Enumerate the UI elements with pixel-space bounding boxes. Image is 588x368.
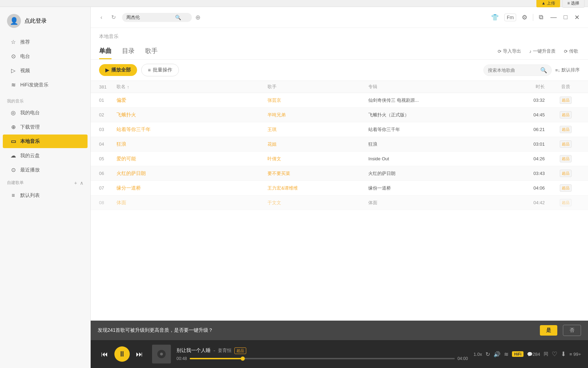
top-upload-bar: ▲ 上传 ≡ 选择 (0, 0, 588, 7)
song-list: 01 偏爱 张芸京 仙剑奇侠传三 电视剧原... 03:32 超品 02 飞蛾扑… (91, 93, 588, 321)
refresh-button[interactable]: ↻ (108, 13, 119, 22)
maximize-button[interactable]: □ (562, 12, 569, 22)
minimize-button[interactable]: — (549, 12, 558, 22)
song-duration: 04:06 (495, 185, 552, 191)
song-num: 04 (99, 141, 116, 147)
name-col-header[interactable]: 歌名 ↑ (116, 84, 267, 90)
sort-button[interactable]: ≡↓ 默认排序 (555, 67, 580, 73)
batch-icon: ≡ (148, 67, 151, 73)
transfer-button[interactable]: ⟳ 传歌 (563, 46, 580, 56)
sidebar-item-default-list[interactable]: ≡ 默认列表 (3, 189, 88, 202)
avatar: 👤 (7, 14, 21, 28)
sidebar-item-label: 默认列表 (20, 192, 40, 199)
prev-button[interactable]: ⏮ (98, 347, 112, 361)
table-row[interactable]: 04 狂浪 花姐 狂浪 03:01 超品 (91, 137, 588, 152)
notification-yes-button[interactable]: 是 (540, 325, 557, 336)
separator (533, 14, 533, 21)
my-radio-icon: ◎ (10, 109, 17, 116)
main-layout: 👤 点此登录 ☆ 推荐 ⊙ 电台 ▷ 视频 ≋ HiFi发烧音乐 我的音乐 (0, 7, 588, 368)
table-row[interactable]: 08 体面 于文文 体面 04:42 超品 (91, 196, 588, 210)
song-quality: 超品 (552, 155, 580, 162)
play-all-button[interactable]: ▶ 播放全部 (99, 64, 137, 76)
collapse-icon[interactable]: ∧ (80, 180, 83, 186)
sidebar-item-local[interactable]: ▭ 本地音乐 (3, 135, 88, 148)
table-row[interactable]: 02 飞蛾扑火 半吨兄弟 飞蛾扑火（正式版） 04:45 超品 (91, 108, 588, 122)
tab-directory[interactable]: 目录 (122, 43, 135, 59)
equalizer-icon[interactable]: ≋ (504, 351, 508, 358)
download-button[interactable]: ⬇ (561, 350, 566, 358)
table-row[interactable]: 07 缘分一道桥 王力宏&谭维维 缘份一道桥 04:06 超品 (91, 181, 588, 196)
import-export-icon: ⟳ (498, 49, 502, 54)
sidebar-item-label: 电台 (20, 53, 30, 60)
sidebar-item-cloud[interactable]: ☁ 我的云盘 (3, 149, 88, 162)
sidebar-item-recommend[interactable]: ☆ 推荐 (3, 35, 88, 49)
player-song-name: 别让我一个人睡 (176, 347, 211, 354)
sidebar-user[interactable]: 👤 点此登录 (0, 10, 90, 35)
search-local-icon: 🔍 (540, 67, 547, 74)
batch-button[interactable]: ≡ 批量操作 (141, 64, 179, 76)
sidebar-item-label: 最近播放 (20, 167, 40, 173)
current-time: 00:48 (176, 356, 187, 361)
comment-icon: 💬 (527, 352, 533, 357)
song-thumbnail (152, 345, 171, 363)
song-num: 08 (99, 200, 116, 205)
table-row[interactable]: 05 爱的可能 叶倩文 Inside Out 04:26 超品 (91, 152, 588, 166)
song-duration: 04:45 (495, 112, 552, 117)
close-button[interactable]: ✕ (573, 12, 581, 23)
song-name: 体面 (116, 200, 267, 206)
song-artist: 半吨兄弟 (267, 112, 368, 118)
pause-button[interactable]: ⏸ (114, 346, 130, 362)
song-artist: 于文文 (267, 200, 368, 206)
toolbar: ▶ 播放全部 ≡ 批量操作 🔍 ≡↓ 默认排序 (91, 60, 588, 81)
lyrics-button[interactable]: 同 (544, 351, 548, 357)
page-content: 本地音乐 单曲 目录 歌手 ⟳ 导入导出 ♪ (91, 28, 588, 340)
sidebar-item-download[interactable]: ⊕ 下载管理 (3, 120, 88, 134)
add-playlist-icon[interactable]: + (74, 180, 77, 186)
song-num: 07 (99, 185, 116, 191)
notification-no-button[interactable]: 否 (563, 325, 581, 336)
table-row[interactable]: 01 偏爱 张芸京 仙剑奇侠传三 电视剧原... 03:32 超品 (91, 93, 588, 108)
fm-icon[interactable]: Fm (504, 14, 516, 21)
next-button[interactable]: ⏭ (133, 347, 146, 361)
song-name: 飞蛾扑火 (116, 112, 267, 118)
tab-singles[interactable]: 单曲 (99, 43, 112, 59)
upload-button[interactable]: ▲ 上传 (536, 0, 560, 7)
sidebar-item-hifi[interactable]: ≋ HiFi发烧音乐 (3, 78, 88, 92)
song-num: 03 (99, 127, 116, 132)
table-row[interactable]: 06 火红的萨日朗 要不要买菜 火红的萨日朗 03:43 超品 (91, 166, 588, 181)
tab-artist[interactable]: 歌手 (145, 43, 158, 59)
search-input[interactable] (126, 15, 175, 20)
speed-button[interactable]: 1.0x (474, 352, 482, 357)
table-row[interactable]: 03 站着等你三千年 王琪 站着等你三千年 06:21 超品 (91, 122, 588, 137)
pip-icon[interactable]: ⧉ (537, 12, 545, 22)
player-bar: ⏮ ⏸ ⏭ 别让我一个人睡 - (91, 340, 588, 368)
select-button[interactable]: ≡ 选择 (562, 0, 585, 8)
my-music-title: 我的音乐 (0, 95, 90, 106)
tshirt-icon[interactable]: 👕 (490, 12, 500, 23)
sidebar-item-my-radio[interactable]: ◎ 我的电台 (3, 106, 88, 120)
enhance-button[interactable]: ♪ 一键升音质 (528, 46, 557, 56)
import-export-button[interactable]: ⟳ 导入导出 (496, 46, 522, 56)
progress-bar[interactable] (190, 358, 455, 359)
notification-text: 发现241首歌可被升级到更高音质，是否要一键升级？ (98, 327, 534, 334)
sidebar-item-recent[interactable]: ⊙ 最近播放 (3, 163, 88, 177)
locate-icon[interactable]: ⊕ (195, 14, 201, 21)
song-duration: 06:21 (495, 127, 552, 132)
sidebar-item-video[interactable]: ▷ 视频 (3, 64, 88, 77)
back-button[interactable]: ‹ (98, 13, 105, 22)
toolbar-right: 🔍 ≡↓ 默认排序 (483, 64, 580, 76)
volume-icon[interactable]: 🔊 (493, 351, 500, 358)
favorite-button[interactable]: ♡ (552, 350, 557, 358)
content-area: ‹ ↻ 🔍 ⊕ 👕 Fm ⚙ ⧉ — □ ✕ (91, 7, 588, 368)
tabs-row: 单曲 目录 歌手 ⟳ 导入导出 ♪ 一键升音质 (91, 43, 588, 60)
progress-knob[interactable] (241, 356, 245, 361)
settings-icon[interactable]: ⚙ (520, 12, 529, 23)
song-album: Inside Out (368, 156, 494, 161)
song-quality: 超品 (552, 170, 580, 177)
search-local-input[interactable] (488, 68, 540, 73)
song-artist: 王琪 (267, 127, 368, 133)
loop-icon[interactable]: ↻ (485, 351, 490, 358)
comment-button[interactable]: 💬 284 (527, 352, 540, 357)
queue-button[interactable]: ≡ 99+ (570, 352, 581, 357)
sidebar-item-radio[interactable]: ⊙ 电台 (3, 49, 88, 63)
